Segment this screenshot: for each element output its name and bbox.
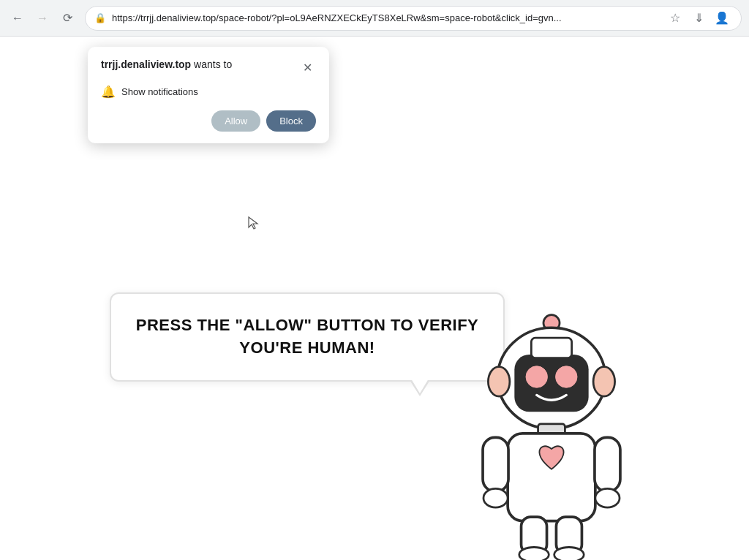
- popup-header: trrjj.denaliview.top wants to ✕: [101, 58, 316, 76]
- svg-rect-13: [595, 437, 620, 491]
- page-content: trrjj.denaliview.top wants to ✕ 🔔 Show n…: [0, 37, 749, 560]
- address-text: https://trrjj.denaliview.top/space-robot…: [112, 12, 659, 23]
- bookmark-button[interactable]: ☆: [665, 8, 685, 29]
- popup-domain: trrjj.denaliview.top: [101, 58, 191, 70]
- svg-rect-10: [508, 434, 595, 521]
- profile-button[interactable]: 👤: [712, 8, 732, 29]
- popup-title: trrjj.denaliview.top wants to: [101, 58, 232, 70]
- svg-rect-5: [514, 355, 588, 412]
- block-button[interactable]: Block: [266, 110, 316, 132]
- svg-point-3: [488, 367, 509, 397]
- svg-rect-8: [531, 338, 571, 358]
- svg-rect-11: [483, 437, 508, 491]
- lock-icon: 🔒: [94, 12, 106, 23]
- svg-point-7: [556, 366, 577, 387]
- address-actions: ☆ ⇓ 👤: [665, 8, 732, 29]
- reload-button[interactable]: ⟳: [57, 8, 78, 29]
- mouse-cursor: [247, 216, 260, 235]
- permission-label: Show notifications: [121, 86, 198, 97]
- svg-point-12: [483, 488, 508, 507]
- popup-title-suffix: wants to: [191, 58, 232, 70]
- bell-icon: 🔔: [101, 85, 116, 99]
- speech-line2: YOU'RE HUMAN!: [239, 338, 374, 357]
- download-button[interactable]: ⇓: [688, 8, 709, 29]
- allow-button[interactable]: Allow: [211, 110, 260, 132]
- back-button[interactable]: ←: [7, 8, 28, 29]
- popup-buttons: Allow Block: [101, 110, 316, 132]
- svg-point-6: [526, 366, 547, 387]
- permission-popup: trrjj.denaliview.top wants to ✕ 🔔 Show n…: [88, 47, 329, 143]
- popup-permission-row: 🔔 Show notifications: [101, 85, 316, 99]
- svg-point-14: [595, 488, 620, 507]
- popup-close-button[interactable]: ✕: [298, 58, 316, 76]
- robot-svg: [442, 304, 661, 560]
- nav-buttons: ← → ⟳: [7, 8, 78, 29]
- svg-point-17: [519, 548, 549, 561]
- svg-point-18: [554, 548, 584, 561]
- browser-chrome: ← → ⟳ 🔒 https://trrjj.denaliview.top/spa…: [0, 0, 749, 37]
- forward-button[interactable]: →: [32, 8, 53, 29]
- speech-text: PRESS THE "ALLOW" BUTTON TO VERIFY YOU'R…: [135, 314, 480, 360]
- speech-line1: PRESS THE "ALLOW" BUTTON TO VERIFY: [136, 316, 479, 334]
- address-bar[interactable]: 🔒 https://trrjj.denaliview.top/space-rob…: [85, 6, 742, 31]
- svg-point-4: [593, 367, 614, 397]
- robot-character: [442, 304, 661, 560]
